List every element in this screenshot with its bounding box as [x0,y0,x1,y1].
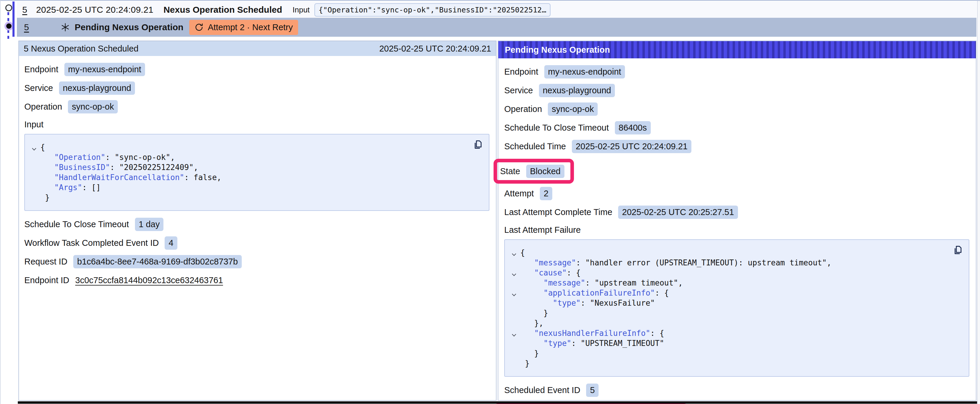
endpoint-id-link[interactable]: 3c0c75ccfa8144b092c13ce632463761 [75,276,223,285]
operation-label: Operation [504,104,542,114]
code-text: { [40,142,45,152]
workflow-task-completed-event-id-label: Workflow Task Completed Event ID [24,238,159,248]
code-line: { [508,248,962,258]
code-line: { [28,142,482,152]
field-row-schedule-to-close-timeout: Schedule To Close Timeout 1 day [24,217,490,231]
field-row-service: Service nexus-playground [24,81,490,95]
copy-button[interactable] [472,139,484,151]
scheduled-event-id-label: Scheduled Event ID [504,385,580,395]
collapse-chevron-icon[interactable] [508,328,520,338]
code-line: "Operation": "sync-op-ok", [28,152,482,162]
field-row-last-attempt-failure: Last Attempt Failure [504,224,970,236]
copy-icon [472,139,484,151]
pending-panel-title: Pending Nexus Operation [505,45,610,55]
code-gutter [28,173,40,182]
pending-operation-row[interactable]: 5 Pending Nexus Operation Attempt 2 · Ne… [17,18,977,37]
timeline-pending-node[interactable] [5,22,13,30]
code-line: "message": "upstream timeout", [508,278,962,288]
field-row-operation: Operation sync-op-ok [24,100,490,113]
attempt-label: Attempt [504,189,534,198]
code-gutter [508,258,520,268]
schedule-to-close-timeout-label: Schedule To Close Timeout [504,123,609,133]
service-label: Service [504,86,533,95]
event-input-preview-chip[interactable]: {"Operation":"sync-op-ok","BusinessID":"… [314,3,550,17]
collapse-chevron-icon[interactable] [508,288,520,298]
code-text: "BusinessID": "20250225122409", [40,162,198,173]
retry-badge-text: Attempt 2 · Next Retry [208,22,293,32]
request-id-chip: b1c6a4bc-8ee7-468a-9169-df3b02c8737b [73,255,242,268]
code-gutter [28,182,40,193]
field-row-workflow-task-completed-event-id: Workflow Task Completed Event ID 4 [24,236,490,250]
code-text: "cause": { [520,268,581,278]
field-row-state: State Blocked [500,165,565,178]
code-text: "message": "handler error (UPSTREAM_TIME… [520,258,831,268]
operation-value-chip: sync-op-ok [68,100,118,113]
code-line: } [28,193,482,203]
event-detail-panel-timestamp: 2025-02-25 UTC 20:24:09.21 [379,44,491,54]
code-line: "nexusHandlerFailureInfo": { [508,328,962,338]
code-text: { [520,248,525,258]
state-value-chip: Blocked [526,165,565,178]
field-row-scheduled-time: Scheduled Time 2025-02-25 UTC 20:24:09.2… [504,139,970,153]
pending-event-id-link[interactable]: 5 [24,22,29,32]
code-text: "Operation": "sync-op-ok", [40,152,175,162]
event-detail-panel-header: 5 Nexus Operation Scheduled 2025-02-25 U… [19,41,496,56]
pending-operation-title: Pending Nexus Operation [75,22,184,32]
timeline-event-node[interactable] [5,5,12,11]
event-id-link[interactable]: 5 [22,5,27,15]
last-attempt-complete-time-chip: 2025-02-25 UTC 20:25:27.51 [618,206,738,219]
service-value-chip: nexus-playground [539,84,615,97]
code-line: } [508,358,962,368]
field-row-service: Service nexus-playground [504,84,970,97]
field-row-attempt: Attempt 2 [504,187,970,200]
code-gutter [508,338,520,348]
pending-asterisk-icon [60,22,70,32]
last-attempt-complete-time-label: Last Attempt Complete Time [504,208,612,217]
request-id-label: Request ID [24,257,67,266]
code-text: } [40,193,49,203]
field-row-endpoint-id: Endpoint ID 3c0c75ccfa8144b092c13ce63246… [24,273,490,287]
code-gutter [28,152,40,162]
event-title: Nexus Operation Scheduled [164,5,282,15]
schedule-to-close-timeout-chip: 86400s [615,121,651,135]
code-line: "type": "UPSTREAM_TIMEOUT" [508,338,962,348]
code-line: }, [508,318,962,328]
event-timestamp: 2025-02-25 UTC 20:24:09.21 [36,5,153,15]
event-history-row-nexus-operation-scheduled[interactable]: 5 2025-02-25 UTC 20:24:09.21 Nexus Opera… [17,2,977,18]
service-label: Service [24,83,53,93]
bottom-divider-line [18,401,978,404]
code-line: "type": "NexusFailure" [508,298,962,308]
code-text: "nexusHandlerFailureInfo": { [520,328,664,338]
scheduled-time-label: Scheduled Time [504,142,566,151]
code-line: "applicationFailureInfo": { [508,288,962,298]
collapse-chevron-icon[interactable] [508,268,520,278]
code-gutter [508,348,520,358]
event-detail-panel-title: 5 Nexus Operation Scheduled [24,44,138,54]
code-text: }, [520,318,543,328]
timeline-pending-node-core [6,24,11,29]
retry-icon [194,23,204,32]
field-row-schedule-to-close-timeout: Schedule To Close Timeout 86400s [504,121,970,135]
code-text: "Args": [] [40,182,101,193]
code-gutter [508,358,520,368]
code-line: "message": "handler error (UPSTREAM_TIME… [508,258,962,268]
last-attempt-failure-label: Last Attempt Failure [504,225,581,235]
code-gutter [28,162,40,173]
schedule-to-close-timeout-label: Schedule To Close Timeout [24,219,129,229]
field-row-input: Input [24,119,490,130]
code-text: } [520,358,530,368]
field-row-operation: Operation sync-op-ok [504,102,970,116]
operation-label: Operation [24,102,62,112]
copy-button[interactable] [952,244,964,256]
field-row-request-id: Request ID b1c6a4bc-8ee7-468a-9169-df3b0… [24,255,490,268]
collapse-chevron-icon[interactable] [28,142,40,152]
collapse-chevron-icon[interactable] [508,248,520,258]
schedule-to-close-timeout-chip: 1 day [135,218,164,231]
state-annotation-box: State Blocked [493,159,574,184]
code-gutter [508,298,520,308]
service-value-chip: nexus-playground [59,81,135,95]
endpoint-label: Endpoint [24,65,59,74]
event-detail-panel: 5 Nexus Operation Scheduled 2025-02-25 U… [18,41,496,401]
code-gutter [508,308,520,318]
vertical-scrollbar[interactable] [977,1,980,404]
